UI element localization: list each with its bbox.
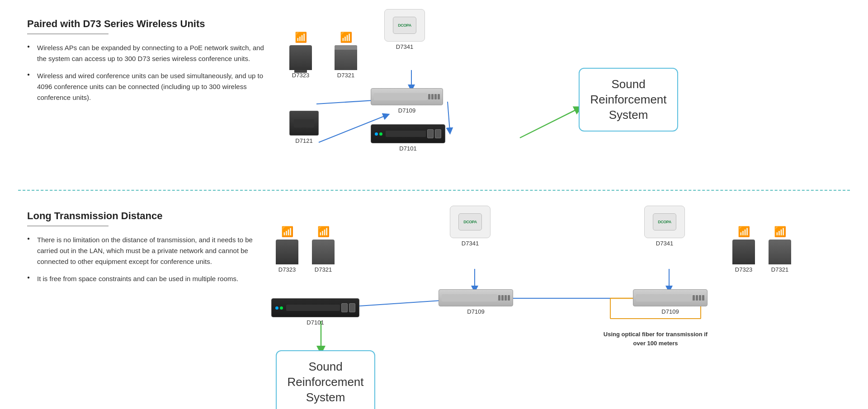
bot-d7323-2: 📶 D7323 [732, 226, 755, 273]
bot-d7109-1: D7109 [439, 289, 513, 315]
bottom-bullet-2: It is free from space constraints and ca… [27, 273, 271, 284]
bot-d7101-label: D7101 [307, 319, 324, 326]
section-divider [18, 190, 850, 191]
top-diagram-wrapper: 📶 D7323 📶 D7321 [280, 5, 845, 185]
top-section: Paired with D73 Series Wireless Units Wi… [0, 0, 868, 190]
bot-d7321-2: 📶 D7321 [769, 226, 791, 273]
top-d7323-label: D7323 [292, 72, 309, 79]
top-text-panel: Paired with D73 Series Wireless Units Wi… [27, 18, 271, 109]
bot-d7341-1-label: D7341 [462, 240, 479, 247]
page-container: Paired with D73 Series Wireless Units Wi… [0, 0, 868, 409]
wifi-icon-bot-d7321: 📶 [317, 226, 330, 238]
top-srs-text: SoundReinforcementSystem [590, 77, 667, 122]
bottom-title: Long Transmission Distance [27, 210, 271, 222]
top-diagram: 📶 D7323 📶 D7321 [280, 5, 868, 190]
top-d7121-label: D7121 [295, 137, 312, 144]
wifi-icon-bot-d7323-2: 📶 [738, 226, 750, 238]
top-bullet-list: Wireless APs can be expanded by connecti… [27, 42, 271, 103]
bot-d7323-2-label: D7323 [735, 266, 752, 273]
bot-d7109-2: D7109 [633, 289, 708, 315]
top-d7321: 📶 D7321 [335, 32, 357, 79]
bot-d7109-2-label: D7109 [661, 308, 679, 315]
svg-line-3 [448, 102, 450, 131]
bot-d7101: D7101 [271, 298, 359, 326]
top-srs-box: SoundReinforcementSystem [579, 68, 678, 132]
fiber-note: Using optical fiber for transmission if … [601, 330, 710, 348]
top-title: Paired with D73 Series Wireless Units [27, 18, 271, 30]
wifi-icon-bot-d7323: 📶 [281, 226, 293, 238]
bot-srs-text: SoundReinforcementSystem [287, 359, 364, 405]
bottom-diagram-wrapper: 📶 D7323 📶 D7321 [262, 201, 859, 409]
bottom-bullet-list: There is no limitation on the distance o… [27, 235, 271, 284]
bot-srs-box: SoundReinforcementSystem [276, 350, 375, 409]
bottom-diagram: 📶 D7323 📶 D7321 [262, 201, 868, 409]
top-d7121: D7121 [289, 111, 319, 144]
top-bullet-2: Wireless and wired conference units can … [27, 71, 271, 103]
bot-d7109-1-label: D7109 [467, 308, 484, 315]
wifi-icon-d7321: 📶 [340, 32, 352, 43]
top-d7101-label: D7101 [399, 145, 416, 152]
bot-d7321-label: D7321 [315, 266, 332, 273]
bot-d7323: 📶 D7323 [276, 226, 298, 273]
top-d7101: D7101 [371, 124, 445, 152]
bottom-text-panel: Long Transmission Distance There is no l… [27, 210, 271, 291]
top-title-underline [27, 33, 108, 34]
wifi-icon-d7323: 📶 [295, 32, 307, 43]
bot-d7321-2-label: D7321 [771, 266, 788, 273]
bot-d7321: 📶 D7321 [312, 226, 335, 273]
svg-line-4 [520, 108, 579, 138]
bot-d7341-2-label: D7341 [656, 240, 673, 247]
bot-d7341-2: DCOPA D7341 [644, 206, 685, 247]
top-bullet-1: Wireless APs can be expanded by connecti… [27, 42, 271, 64]
bottom-bullet-1: There is no limitation on the distance o… [27, 235, 271, 267]
top-d7341-label: D7341 [396, 43, 413, 50]
top-d7109-label: D7109 [398, 107, 415, 114]
top-d7341: DCOPA D7341 [384, 9, 425, 50]
bot-d7341-1: DCOPA D7341 [450, 206, 491, 247]
bottom-section: Long Transmission Distance There is no l… [0, 197, 868, 409]
bottom-title-underline [27, 226, 108, 226]
top-d7321-label: D7321 [337, 72, 354, 79]
wifi-icon-bot-d7321-2: 📶 [774, 226, 786, 238]
top-arrows-svg [280, 5, 845, 185]
bot-d7323-label: D7323 [278, 266, 296, 273]
top-d7109: D7109 [371, 88, 443, 114]
top-d7323: 📶 D7323 [289, 32, 312, 79]
